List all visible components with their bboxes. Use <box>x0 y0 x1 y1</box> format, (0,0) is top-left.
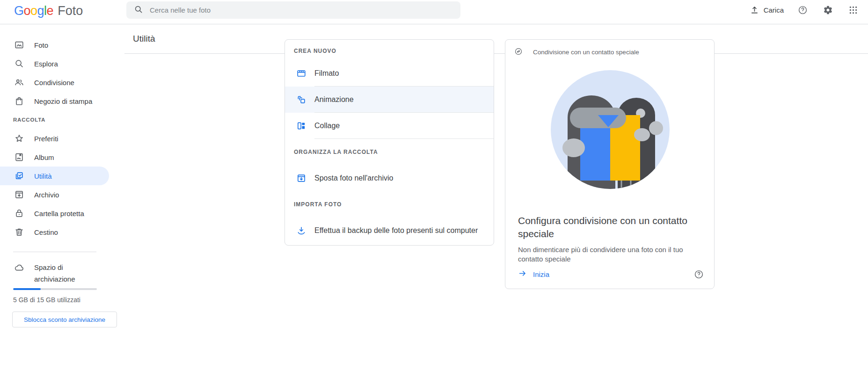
settings-button[interactable] <box>823 4 834 15</box>
page-title: Utilità <box>133 34 155 44</box>
utility-item-sposta-archivio[interactable]: Sposta foto nell'archivio <box>285 165 494 191</box>
apps-grid-button[interactable] <box>848 4 860 15</box>
partner-sharing-card: Condivisione con un contatto speciale <box>505 39 715 289</box>
arrow-right-icon <box>518 269 527 279</box>
sidebar-item-album[interactable]: Album <box>0 148 109 167</box>
sidebar-item-label: Utilità <box>34 172 52 180</box>
search-bar[interactable] <box>126 1 460 19</box>
utility-item-label: Animazione <box>314 95 354 104</box>
utility-item-backup[interactable]: Effettua il backup delle foto presenti s… <box>285 218 494 244</box>
sidebar-item-esplora[interactable]: Esplora <box>0 54 109 73</box>
people-icon <box>14 77 24 87</box>
help-icon <box>798 5 809 15</box>
animation-icon <box>296 94 306 105</box>
partner-help-icon[interactable] <box>694 269 704 279</box>
import-section-header: IMPORTA FOTO <box>285 191 494 218</box>
sidebar-section-raccolta: RACCOLTA <box>0 110 124 129</box>
logo-letter: g <box>37 4 44 18</box>
sidebar-item-label: Preferiti <box>34 135 58 143</box>
logo-letter: e <box>47 4 54 18</box>
partner-card-body: Non dimenticare più di condividere una f… <box>518 245 697 264</box>
sidebar-item-cestino[interactable]: Cestino <box>0 223 109 241</box>
help-button[interactable] <box>798 4 809 15</box>
partner-card-title: Configura condivisione con un contatto s… <box>518 214 701 240</box>
organize-section-header: ORGANIZZA LA RACCOLTA <box>285 139 494 165</box>
partner-sharing-illustration <box>505 60 715 191</box>
sidebar-item-label: Album <box>34 153 54 161</box>
star-icon <box>14 133 24 144</box>
upload-button[interactable]: Carica <box>750 5 784 15</box>
utility-item-label: Sposta foto nell'archivio <box>314 174 393 182</box>
sidebar-item-label: Negozio di stampa <box>34 97 92 105</box>
google-photos-app: Google Foto Carica <box>0 0 868 370</box>
archive-icon <box>14 189 24 200</box>
sidebar-item-negozio-di-stampa[interactable]: Negozio di stampa <box>0 92 109 110</box>
storage-progress-bar <box>13 288 97 290</box>
search-icon <box>14 58 24 69</box>
utility-item-label: Effettua il backup delle foto presenti s… <box>314 226 478 235</box>
utilities-card: CREA NUOVO Filmato Animazione Collage <box>284 39 494 246</box>
utility-item-label: Filmato <box>314 69 339 78</box>
sidebar-item-label: Cestino <box>34 228 58 236</box>
photo-icon <box>14 40 24 50</box>
apps-grid-icon <box>848 5 860 15</box>
collage-icon <box>296 121 306 131</box>
logo-letter: o <box>24 4 31 18</box>
sidebar-item-foto[interactable]: Foto <box>0 36 109 54</box>
gear-icon <box>823 5 834 15</box>
utilities-check-icon <box>14 171 24 181</box>
shopping-bag-icon <box>14 96 24 106</box>
utility-item-collage[interactable]: Collage <box>285 113 494 139</box>
utility-item-animazione[interactable]: Animazione <box>285 87 494 113</box>
backup-download-icon <box>296 225 306 236</box>
sidebar-item-label: Foto <box>34 41 48 49</box>
trash-icon <box>14 227 24 237</box>
upload-label: Carica <box>764 6 784 14</box>
topbar-actions: Carica <box>750 0 860 20</box>
utility-item-label: Collage <box>314 122 340 130</box>
cloud-icon <box>14 262 24 273</box>
partner-card-header: Condivisione con un contatto speciale <box>533 49 639 56</box>
top-bar: Google Foto Carica <box>0 0 868 24</box>
main-content: Utilità CREA NUOVO Filmato Animazione <box>124 24 868 370</box>
lock-icon <box>14 208 24 218</box>
utility-item-filmato[interactable]: Filmato <box>285 60 494 87</box>
storage-usage-text: 5 GB di 15 GB utilizzati <box>13 296 124 304</box>
logo-product-name: Foto <box>58 4 83 18</box>
sidebar-item-preferiti[interactable]: Preferiti <box>0 129 109 148</box>
sidebar-item-label: Cartella protetta <box>34 210 84 218</box>
storage-progress-fill <box>13 288 41 290</box>
sidebar-item-label: Archivio <box>34 191 59 199</box>
sidebar-item-condivisione[interactable]: Condivisione <box>0 73 109 92</box>
logo-letter: G <box>14 4 24 18</box>
sidebar-item-utilita[interactable]: Utilità <box>0 167 109 185</box>
sidebar-item-cartella-protetta[interactable]: Cartella protetta <box>0 204 109 223</box>
move-to-archive-icon <box>296 173 306 183</box>
create-new-section-header: CREA NUOVO <box>285 40 494 60</box>
movie-icon <box>296 68 306 79</box>
start-partner-sharing-link[interactable]: Inizia <box>518 269 549 279</box>
upload-icon <box>750 5 759 15</box>
sidebar-item-label: Esplora <box>34 60 58 68</box>
unlock-storage-discount-button[interactable]: Sblocca sconto archiviazione <box>12 312 117 327</box>
partner-sharing-icon <box>514 47 523 57</box>
logo-letter: o <box>30 4 37 18</box>
sidebar: Foto Esplora Condivisione Negozio di sta… <box>0 24 124 370</box>
search-input[interactable] <box>150 6 453 14</box>
sidebar-item-archivio[interactable]: Archivio <box>0 185 109 204</box>
page-header: Utilità <box>124 24 868 54</box>
google-photos-logo[interactable]: Google Foto <box>14 4 83 18</box>
storage-label: Spazio di archiviazione <box>34 261 97 285</box>
album-icon <box>14 152 24 162</box>
start-label: Inizia <box>533 270 549 278</box>
storage-section: Spazio di archiviazione 5 GB di 15 GB ut… <box>0 252 124 327</box>
search-icon <box>134 5 143 16</box>
sidebar-item-label: Condivisione <box>34 79 74 87</box>
